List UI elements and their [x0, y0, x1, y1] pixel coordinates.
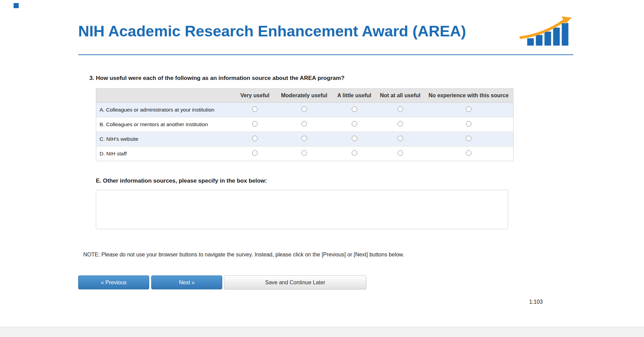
table-row-c: C. NIH's website [96, 132, 514, 147]
row-label-c: C. NIH's website [96, 132, 234, 147]
column-header-not-at-all-useful: Not at all useful [377, 89, 424, 103]
page-header: NIH Academic Research Enhancement Award … [78, 0, 573, 55]
save-and-continue-button[interactable]: Save and Continue Later [224, 275, 366, 289]
question-text: How useful were each of the following as… [96, 75, 345, 82]
radio-rowB-moderately-useful[interactable] [301, 121, 307, 127]
question-number: 3. [89, 75, 96, 82]
column-header-a-little-useful: A little useful [332, 89, 377, 103]
radio-rowC-moderately-useful[interactable] [301, 136, 307, 141]
table-row-d: D. NIH staff [96, 147, 514, 161]
radio-rowA-no-experience[interactable] [466, 106, 471, 112]
column-header-moderately-useful: Moderately useful [276, 89, 332, 103]
navigation-buttons: « Previous Next » Save and Continue Late… [78, 275, 573, 289]
column-header-no-experience: No experience with this source [424, 89, 514, 103]
row-label-a: A. Colleagues or administrators at your … [96, 103, 234, 117]
usefulness-matrix-table: Very useful Moderately useful A little u… [96, 88, 514, 161]
page-title: NIH Academic Research Enhancement Award … [78, 23, 466, 40]
radio-rowA-a-little-useful[interactable] [352, 106, 357, 112]
radio-rowA-very-useful[interactable] [252, 106, 258, 112]
previous-button[interactable]: « Previous [78, 275, 149, 289]
table-row-a: A. Colleagues or administrators at your … [96, 103, 514, 117]
next-button[interactable]: Next » [151, 275, 222, 289]
radio-rowD-a-little-useful[interactable] [352, 150, 357, 156]
top-left-marker [14, 3, 19, 8]
radio-rowC-very-useful[interactable] [252, 136, 258, 141]
table-row-b: B. Colleagues or mentors at another inst… [96, 117, 514, 132]
radio-rowB-very-useful[interactable] [252, 121, 258, 127]
other-sources-textarea[interactable] [96, 190, 508, 229]
radio-rowA-not-at-all-useful[interactable] [398, 106, 403, 112]
radio-rowC-not-at-all-useful[interactable] [398, 136, 403, 141]
radio-rowD-very-useful[interactable] [252, 150, 258, 156]
matrix-header-empty [96, 89, 234, 103]
row-label-b: B. Colleagues or mentors at another inst… [96, 117, 234, 132]
row-label-d: D. NIH staff [96, 147, 234, 161]
question-3: 3. How useful were each of the following… [89, 75, 573, 82]
radio-rowC-no-experience[interactable] [466, 136, 471, 141]
matrix-header-row: Very useful Moderately useful A little u… [96, 89, 514, 103]
footer-bar [0, 327, 644, 337]
growth-chart-logo-icon [520, 16, 573, 46]
radio-rowB-a-little-useful[interactable] [352, 121, 357, 127]
radio-rowD-not-at-all-useful[interactable] [398, 150, 403, 156]
radio-rowB-not-at-all-useful[interactable] [398, 121, 403, 127]
column-header-very-useful: Very useful [234, 89, 276, 103]
question-3-grid: Very useful Moderately useful A little u… [96, 88, 573, 161]
radio-rowD-moderately-useful[interactable] [301, 150, 307, 156]
navigation-note: NOTE: Please do not use your browser but… [83, 252, 573, 258]
other-sources-label: E. Other information sources, please spe… [96, 178, 573, 184]
radio-rowA-moderately-useful[interactable] [301, 106, 307, 112]
radio-rowC-a-little-useful[interactable] [352, 136, 357, 141]
page-indicator: 1:103 [78, 299, 573, 305]
radio-rowD-no-experience[interactable] [466, 150, 471, 156]
survey-page: NIH Academic Research Enhancement Award … [78, 0, 573, 305]
radio-rowB-no-experience[interactable] [466, 121, 471, 127]
